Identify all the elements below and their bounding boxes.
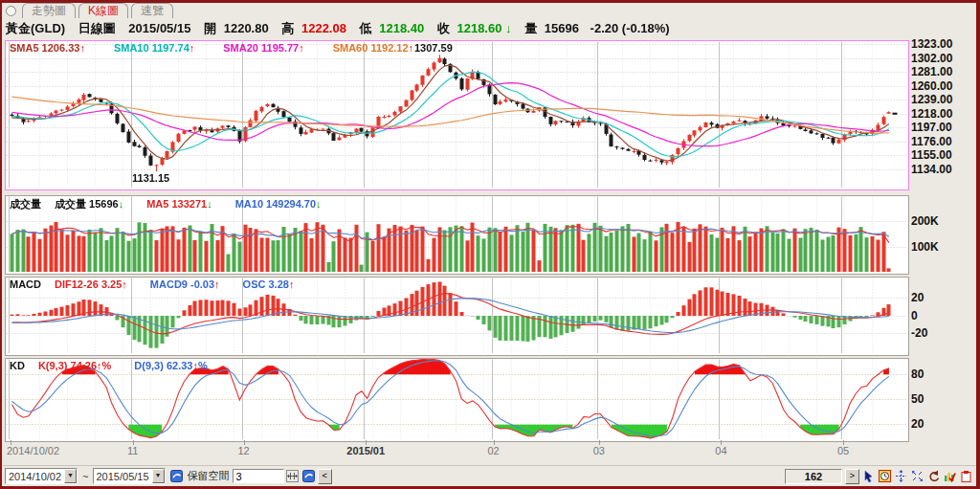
- price-axis-label: 1239.00: [911, 93, 952, 106]
- price-axis-label: 1218.00: [911, 107, 952, 121]
- price-chart-canvas[interactable]: [6, 41, 906, 188]
- up-arrow-icon: ↑: [122, 278, 127, 290]
- up-arrow-icon: ↑: [189, 42, 195, 54]
- x-axis-label: 2014/10/02: [7, 445, 59, 456]
- range-separator: ~: [82, 471, 88, 482]
- apply-view-icon[interactable]: [301, 469, 316, 483]
- scroll-left-button[interactable]: <: [318, 469, 332, 484]
- zoom-tool-icon[interactable]: [910, 469, 924, 483]
- down-arrow-icon: ↓: [119, 198, 124, 210]
- kd-panel: KDK(9,3) 74.26↑%D(9,3) 62.33↑%: [5, 358, 909, 442]
- kd-axis-label: 80: [911, 367, 924, 381]
- up-arrow-icon: ↑: [289, 278, 295, 290]
- x-axis-label: 12: [237, 445, 249, 456]
- tab-速覽[interactable]: 速覽: [131, 3, 173, 18]
- legend-item: MA5 133271↓: [146, 198, 212, 210]
- macd-axis-label: -20: [911, 326, 927, 340]
- price-axis-label: 1281.00: [911, 65, 952, 78]
- macd-panel: MACDDIF12-26 3.25↑MACD9 -0.03↑OSC 3.28↑: [5, 277, 909, 356]
- legend-item: DIF12-26 3.25↑: [55, 278, 127, 290]
- low-label: 低: [360, 21, 372, 35]
- tab-K線圖[interactable]: K線圖: [78, 3, 128, 18]
- high-value: 1222.08: [301, 21, 346, 35]
- x-axis-label: 04: [715, 445, 726, 456]
- price-axis-label: 1134.00: [911, 163, 952, 176]
- scroll-right-button[interactable]: >: [845, 469, 859, 484]
- legend-item: MACD9 -0.03↑: [150, 278, 220, 290]
- up-arrow-icon: ↑: [214, 278, 220, 290]
- down-arrow-icon: ↓: [316, 198, 322, 210]
- close-value: 1218.60: [457, 21, 501, 35]
- price-axis-label: 1323.00: [911, 37, 952, 51]
- macd-legend: MACDDIF12-26 3.25↑MACD9 -0.03↑OSC 3.28↑: [10, 278, 317, 290]
- bottom-toolbar: 2014/10/02 ▾ ~ 2015/05/15 ▾ 保留空間 < 162 >: [3, 465, 976, 486]
- copy-icon[interactable]: [959, 469, 973, 483]
- legend-item: D(9,3) 62.33↑%: [134, 360, 207, 371]
- volume-value: 15696: [545, 21, 579, 35]
- tab-bar: 走勢圖K線圖速覽: [4, 3, 176, 18]
- clock-icon[interactable]: [878, 469, 892, 483]
- low-price-callout: 1131.15: [132, 172, 169, 184]
- date-picker-icon[interactable]: [169, 469, 184, 483]
- date-to-value: 2015/05/15: [97, 471, 149, 482]
- quote-date: 2015/05/15: [128, 21, 190, 35]
- close-label: 收: [437, 21, 450, 35]
- legend-item: 成交量 15696↓: [55, 198, 123, 210]
- reserve-space-input[interactable]: [233, 469, 284, 483]
- symbol-name: 黃金(GLD): [6, 21, 65, 35]
- volume-axis-label: 100K: [911, 240, 939, 254]
- volume-axis-label: 200K: [911, 214, 939, 228]
- macd-axis-label: 20: [911, 291, 924, 304]
- up-arrow-icon: ↑: [409, 42, 414, 54]
- down-arrow-icon: ↓: [505, 21, 512, 35]
- date-to-select[interactable]: 2015/05/15 ▾: [93, 468, 166, 484]
- lg-macd-title: MACD: [10, 278, 41, 290]
- down-arrow-icon: ↓: [207, 198, 212, 210]
- visible-bars-count: 162: [785, 469, 842, 484]
- open-label: 開: [204, 21, 216, 35]
- legend-item: K(9,3) 74.26↑%: [38, 360, 111, 371]
- lg-kd-title: KD: [10, 360, 25, 371]
- x-axis-label: 02: [487, 445, 499, 456]
- legend-item: SMA20 1195.77↑: [223, 42, 303, 54]
- indicator-settings-icon[interactable]: [943, 469, 957, 483]
- reserve-space-label: 保留空間: [188, 469, 230, 483]
- quote-header: 黃金(GLD) 日線圖 2015/05/15 開 1220.80 高 1222.…: [6, 20, 670, 37]
- x-axis-label: 05: [837, 445, 849, 456]
- tab-走勢圖[interactable]: 走勢圖: [22, 3, 76, 18]
- x-axis-label: 03: [593, 445, 605, 456]
- volume-legend: 成交量成交量 15696↓MA5 133271↓MA10 149294.70↓: [10, 197, 345, 211]
- up-arrow-icon: ↑: [299, 42, 304, 54]
- volume-label: 量: [524, 21, 537, 35]
- tab-bar-icon[interactable]: [6, 6, 16, 16]
- chart-period-label: 日線圖: [78, 21, 116, 35]
- kd-axis-label: 20: [911, 417, 924, 431]
- kd-legend: KDK(9,3) 74.26↑%D(9,3) 62.33↑%: [10, 360, 231, 371]
- high-price-callout: 1307.59: [414, 42, 453, 54]
- crosshair-tool-icon[interactable]: [894, 469, 908, 483]
- legend-item: OSC 3.28↑: [243, 278, 295, 290]
- bar-width-icon[interactable]: [285, 469, 300, 483]
- legend-item: SMA60 1192.12↑: [333, 42, 413, 54]
- date-from-select[interactable]: 2014/10/02 ▾: [5, 468, 78, 484]
- change-value: -2.20 (-0.18%): [590, 21, 670, 35]
- pointer-tool-icon[interactable]: [861, 469, 876, 483]
- chevron-down-icon[interactable]: ▾: [64, 469, 77, 483]
- up-arrow-icon: ↑: [79, 42, 85, 54]
- x-axis-label: 11: [127, 445, 138, 456]
- price-axis-label: 1176.00: [911, 135, 952, 148]
- legend-item: MA10 149294.70↓: [235, 198, 322, 210]
- x-axis-label: 2015/01: [346, 445, 385, 456]
- price-axis-label: 1197.00: [911, 121, 952, 134]
- open-value: 1220.80: [224, 21, 269, 35]
- kd-axis-label: 50: [911, 392, 924, 406]
- volume-panel: 成交量成交量 15696↓MA5 133271↓MA10 149294.70↓: [5, 195, 909, 275]
- undo-icon[interactable]: [926, 469, 941, 483]
- legend-item: SMA5 1206.33↑: [10, 42, 85, 54]
- chevron-down-icon[interactable]: ▾: [152, 469, 165, 483]
- low-value: 1218.40: [379, 21, 424, 35]
- price-legend: SMA5 1206.33↑SMA10 1197.74↑SMA20 1195.77…: [10, 42, 442, 54]
- legend-item: SMA10 1197.74↑: [114, 42, 194, 54]
- price-axis-label: 1260.00: [911, 79, 952, 93]
- high-label: 高: [281, 21, 294, 35]
